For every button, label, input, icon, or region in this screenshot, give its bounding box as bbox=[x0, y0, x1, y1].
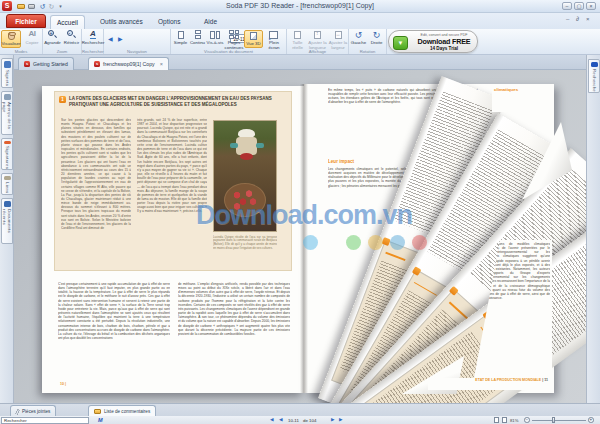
view-continuous-facing-button[interactable]: Pages continues bbox=[224, 30, 244, 51]
search-binoculars-icon: A bbox=[88, 30, 99, 40]
fullscreen-button[interactable]: Plein écran bbox=[264, 30, 284, 51]
group-visualisation: Simple Continu Vis-à-vis Pages continues… bbox=[171, 29, 287, 54]
download-free-button[interactable]: ▼ Edit, convert and secure PDF Download … bbox=[388, 30, 478, 53]
right-column-heading-fragment: climatiques bbox=[492, 86, 552, 112]
bottom-tab-bar: Pièces jointes Liste de commentaires bbox=[0, 403, 600, 416]
tab-outils-avances[interactable]: Outils avancés bbox=[94, 15, 149, 29]
single-page-view-icon[interactable] bbox=[494, 417, 499, 423]
rotate-left-icon: ↺ bbox=[353, 30, 364, 40]
status-bar: Rechercher M ◀ ◀ 10-11 de 104 ▶ ▶ 81% − … bbox=[0, 416, 600, 424]
next-page-icon[interactable]: ▶ bbox=[331, 417, 335, 422]
tab-accueil[interactable]: Accueil bbox=[50, 15, 85, 29]
double-page-view-icon[interactable] bbox=[502, 417, 507, 423]
zoom-in-icon[interactable]: + bbox=[588, 417, 594, 423]
fit-height-button[interactable]: ↕ Ajuster la longueur bbox=[307, 30, 328, 51]
feature-column-2: très grands, soit 24 % de leur superfici… bbox=[137, 118, 207, 266]
magnifier-plus-icon: + bbox=[47, 30, 58, 40]
undo-icon[interactable]: ↺ bbox=[38, 2, 47, 11]
view-simple-button[interactable]: Simple bbox=[172, 30, 189, 46]
link-icon bbox=[4, 176, 11, 180]
status-page-count: de 104 bbox=[303, 418, 316, 423]
page-left: 1 LA FONTE DES GLACIERS MET EN DANGER L'… bbox=[42, 86, 304, 393]
document-tab-bar: s Getting Started s frenchswop09[1] Copy… bbox=[14, 55, 586, 70]
tab-close-icon[interactable]: × bbox=[160, 61, 163, 67]
tab-aide[interactable]: Aide bbox=[198, 15, 223, 29]
print-icon[interactable] bbox=[27, 2, 36, 11]
watermark-circle-yellow bbox=[368, 235, 383, 250]
group-navigation: ◀ ▶ 10-11 de 104 ▸ Navigation bbox=[104, 29, 171, 54]
rail-tab-documents-recents[interactable]: Documents récents bbox=[1, 198, 13, 244]
redo-icon[interactable]: ↻ bbox=[47, 2, 56, 11]
open-file-icon[interactable] bbox=[16, 2, 25, 11]
view-facing-button[interactable]: Vis-à-vis bbox=[206, 30, 224, 46]
3d-book-icon bbox=[248, 31, 259, 41]
watermark-circle-red bbox=[412, 235, 427, 250]
fit-width-button[interactable]: ↔ Ajuster la largeur bbox=[328, 30, 348, 51]
zoom-slider-thumb[interactable] bbox=[552, 417, 555, 423]
signature-icon bbox=[4, 141, 11, 144]
actual-size-button[interactable]: Taille réelle bbox=[288, 30, 307, 51]
document-viewport[interactable]: 1 LA FONTE DES GLACIERS MET EN DANGER L'… bbox=[14, 70, 586, 403]
title-bar: S ↺ ↻ ▾ Soda PDF 3D Reader - [frenchswop… bbox=[0, 0, 600, 13]
rail-tab-recherche[interactable]: Recherche bbox=[588, 59, 600, 93]
window-close-button[interactable]: × bbox=[586, 2, 596, 10]
document-minimize-icon[interactable]: – bbox=[566, 16, 569, 22]
fit-height-icon: ↕ bbox=[312, 30, 323, 40]
zoom-out-button[interactable]: - Rétrécir bbox=[62, 30, 81, 46]
magnifier-minus-icon: - bbox=[66, 30, 77, 40]
status-search-input[interactable]: Rechercher bbox=[1, 417, 89, 424]
zoom-slider-track[interactable] bbox=[532, 420, 586, 421]
watermark-circle-green bbox=[346, 235, 361, 250]
document-close-icon[interactable]: × bbox=[586, 16, 590, 22]
page-preview-icon bbox=[4, 94, 11, 100]
doc-tab-frenchswop[interactable]: s frenchswop09[1] Copy × bbox=[88, 57, 169, 70]
doc-tab-getting-started[interactable]: s Getting Started bbox=[18, 57, 74, 70]
rotate-right-button[interactable]: ↻ Droite bbox=[368, 30, 385, 46]
file-menu-button[interactable]: Fichier bbox=[6, 14, 46, 28]
last-page-icon[interactable]: ▶ bbox=[339, 417, 343, 422]
zoom-out-icon[interactable]: − bbox=[524, 417, 530, 423]
quick-access-dropdown-icon[interactable]: ▾ bbox=[56, 2, 65, 11]
first-page-icon[interactable]: ◀ bbox=[270, 417, 274, 422]
window-maximize-button[interactable]: ▢ bbox=[574, 2, 584, 10]
view-continuous-button[interactable]: Continu bbox=[189, 30, 206, 46]
zoom-in-button[interactable]: + Agrandir bbox=[43, 30, 62, 46]
previous-page-icon[interactable]: ◀ bbox=[108, 35, 113, 42]
feature-column-1: Sur les pentes glacées qui descendent de… bbox=[61, 118, 131, 266]
watermark-circle-blue2 bbox=[390, 235, 405, 250]
visualiser-button[interactable]: Visualiser bbox=[1, 30, 21, 48]
fullscreen-icon bbox=[269, 30, 280, 40]
feature-box: 1 LA FONTE DES GLACIERS MET EN DANGER L'… bbox=[54, 91, 292, 271]
folder-icon bbox=[94, 409, 101, 414]
rail-tab-liens[interactable]: Liens bbox=[1, 173, 13, 195]
next-page-icon[interactable]: ▶ bbox=[118, 35, 123, 42]
rail-tab-apercu[interactable]: Aperçu de la page bbox=[1, 91, 13, 135]
view-3d-button[interactable]: Vue 3D bbox=[244, 30, 263, 48]
previous-page-icon[interactable]: ◀ bbox=[279, 417, 283, 422]
copier-button[interactable]: AI Copier bbox=[22, 30, 42, 46]
right-panel-rail: Recherche bbox=[586, 55, 600, 403]
rail-tab-signets[interactable]: Signets bbox=[1, 58, 13, 88]
search-button[interactable]: A Rechercher bbox=[82, 30, 104, 46]
paperclip-icon bbox=[15, 408, 20, 415]
watermark-text: Download.com.vn bbox=[196, 200, 412, 231]
find-icon[interactable]: M bbox=[98, 417, 103, 423]
ribbon-tab-row: Fichier Accueil Outils avancés Options A… bbox=[0, 13, 600, 29]
tab-options[interactable]: Options bbox=[152, 15, 186, 29]
window-minimize-button[interactable]: – bbox=[562, 2, 572, 10]
bookmark-icon bbox=[4, 61, 11, 68]
status-page-value: 10-11 bbox=[288, 418, 299, 423]
pdf-file-icon: s bbox=[24, 61, 30, 67]
app-logo-icon: S bbox=[2, 1, 12, 11]
recent-documents-icon bbox=[4, 201, 11, 207]
document-restore-icon[interactable]: ∂ bbox=[576, 16, 579, 22]
rail-tab-signatures[interactable]: Signatures bbox=[1, 138, 13, 170]
fit-width-icon: ↔ bbox=[333, 30, 344, 40]
rotate-left-button[interactable]: ↺ Gauche bbox=[350, 30, 367, 46]
body-column-1: C'est presque certainement à une rapide … bbox=[58, 282, 170, 378]
download-arrow-icon: ▼ bbox=[393, 36, 408, 50]
zoom-percent-label: 81% bbox=[510, 418, 518, 423]
app-window: S ↺ ↻ ▾ Soda PDF 3D Reader - [frenchswop… bbox=[0, 0, 600, 424]
photo-caption: Lucinda Quispe récolte de l'oca sur sa t… bbox=[213, 235, 277, 269]
facing-pages-icon bbox=[210, 30, 221, 40]
